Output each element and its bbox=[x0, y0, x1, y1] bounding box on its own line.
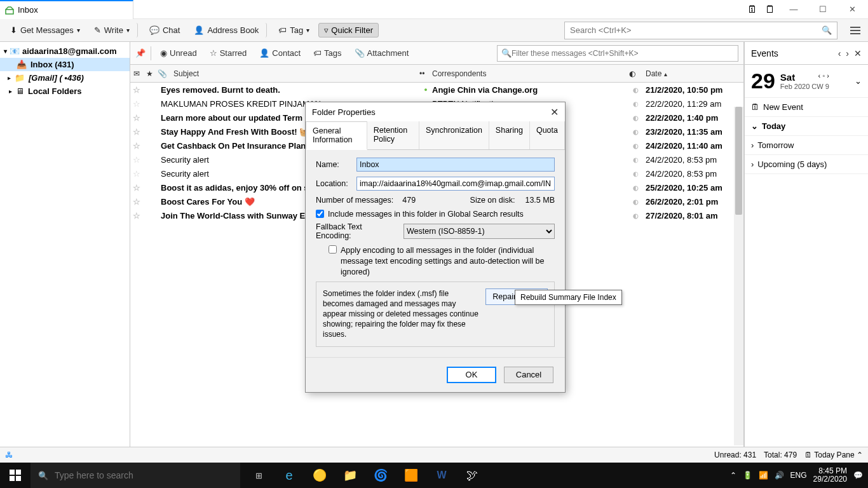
location-input[interactable] bbox=[356, 177, 555, 191]
star-icon[interactable]: ☆ bbox=[130, 113, 143, 123]
calendar-icon: 🗓 bbox=[804, 451, 812, 459]
app-button[interactable]: 🟧 bbox=[397, 463, 426, 488]
col-attachment[interactable]: 📎 bbox=[156, 69, 168, 78]
close-icon[interactable]: ✕ bbox=[854, 48, 862, 58]
events-upcoming[interactable]: ›Upcoming (5 days) bbox=[745, 155, 868, 174]
col-correspondents[interactable]: Correspondents bbox=[432, 69, 629, 78]
calendar-icon[interactable]: 🗓 bbox=[747, 4, 757, 15]
explorer-button[interactable]: 📁 bbox=[336, 463, 365, 488]
word-button[interactable]: W bbox=[427, 463, 456, 488]
correspondent-cell: Angie Chin via Change.org bbox=[432, 85, 629, 95]
dialog-close-button[interactable]: ✕ bbox=[550, 106, 559, 118]
status-unread: Unread: 431 bbox=[714, 451, 756, 459]
dialog-tab[interactable]: General Information bbox=[306, 121, 367, 150]
today-label: Today bbox=[762, 121, 785, 131]
prev-icon[interactable]: ‹ bbox=[838, 48, 841, 58]
chrome-button[interactable]: 🟡 bbox=[305, 463, 334, 488]
nav-arrows[interactable]: ‹ ◦ › bbox=[818, 72, 829, 79]
col-read[interactable]: ◐ bbox=[629, 69, 642, 78]
minimize-button[interactable]: — bbox=[783, 1, 804, 18]
star-icon[interactable]: ☆ bbox=[130, 155, 143, 165]
thunderbird-button[interactable]: 🕊 bbox=[458, 463, 487, 488]
address-book-button[interactable]: 👤 Address Book bbox=[189, 23, 267, 37]
tasks-icon[interactable]: 🗒 bbox=[765, 4, 775, 15]
star-icon[interactable]: ☆ bbox=[130, 169, 143, 179]
tag-button[interactable]: 🏷 Tag ▾ bbox=[273, 23, 315, 37]
taskbar-search-input[interactable] bbox=[55, 470, 233, 480]
dialog-tab[interactable]: Synchronization bbox=[419, 121, 489, 149]
language-indicator[interactable]: ENG bbox=[790, 471, 807, 480]
taskbar-search[interactable]: 🔍 bbox=[31, 463, 240, 488]
folder-local[interactable]: ▸ 🖥 Local Folders bbox=[0, 85, 130, 98]
close-button[interactable]: ✕ bbox=[841, 1, 863, 18]
edge-button[interactable]: e bbox=[275, 463, 304, 488]
repair-info-text: Sometimes the folder index (.msf) file b… bbox=[323, 288, 479, 340]
col-subject[interactable]: Subject bbox=[168, 69, 419, 78]
quick-filter-button[interactable]: ▿ Quick Filter bbox=[318, 23, 379, 37]
dialog-tab[interactable]: Quota bbox=[530, 121, 565, 149]
account-row[interactable]: ▾ 📧 aidaarina18@gmail.com bbox=[0, 44, 130, 58]
pin-icon[interactable]: 📌 bbox=[135, 48, 146, 58]
task-view-button[interactable]: ⊞ bbox=[244, 463, 273, 488]
maximize-button[interactable]: ☐ bbox=[812, 1, 834, 18]
volume-icon[interactable]: 🔊 bbox=[775, 471, 784, 480]
filter-messages-search[interactable]: 🔍 bbox=[497, 45, 738, 62]
events-today[interactable]: ⌄Today bbox=[745, 117, 868, 136]
filter-tags[interactable]: 🏷Tags bbox=[309, 46, 345, 60]
wifi-icon[interactable]: 📶 bbox=[759, 471, 768, 480]
chat-button[interactable]: 💬 Chat bbox=[144, 23, 185, 37]
taskbar-clock[interactable]: 8:45 PM 29/2/2020 bbox=[813, 467, 847, 484]
ok-button[interactable]: OK bbox=[447, 367, 496, 383]
col-thread[interactable]: ✉ bbox=[130, 69, 143, 78]
star-icon[interactable]: ☆ bbox=[130, 99, 143, 109]
folder-inbox[interactable]: 📥 Inbox (431) bbox=[0, 58, 130, 71]
notifications-icon[interactable]: 💬 bbox=[853, 471, 863, 480]
tab-inbox[interactable]: Inbox bbox=[0, 0, 133, 19]
filter-unread[interactable]: ◉Unread bbox=[156, 46, 201, 60]
events-tomorrow[interactable]: ›Tomorrow bbox=[745, 136, 868, 155]
svg-rect-0 bbox=[6, 10, 13, 14]
star-icon[interactable]: ☆ bbox=[130, 211, 143, 220]
write-button[interactable]: ✎ Write ▾ bbox=[89, 23, 138, 37]
star-icon[interactable]: ☆ bbox=[130, 141, 143, 151]
filter-starred[interactable]: ☆Starred bbox=[206, 46, 251, 60]
folder-gmail[interactable]: ▸ 📁 [Gmail] ( •436) bbox=[0, 71, 130, 85]
battery-icon[interactable]: 🔋 bbox=[743, 471, 752, 480]
filter-contact[interactable]: 👤Contact bbox=[255, 46, 304, 60]
chevron-down-icon[interactable]: ⌄ bbox=[855, 76, 862, 86]
tray-up-icon[interactable]: ⌃ bbox=[730, 471, 736, 480]
start-button[interactable] bbox=[0, 470, 31, 481]
col-date[interactable]: Date ▴ bbox=[642, 69, 743, 78]
apply-encoding-checkbox[interactable] bbox=[329, 245, 337, 254]
scrollbar-thumb[interactable] bbox=[735, 107, 742, 215]
star-icon[interactable]: ☆ bbox=[130, 127, 143, 137]
dialog-tab[interactable]: Sharing bbox=[489, 121, 530, 149]
fallback-select[interactable]: Western (ISO-8859-1) bbox=[403, 224, 555, 239]
vertical-scrollbar[interactable] bbox=[734, 107, 743, 445]
dialog-tab[interactable]: Retention Policy bbox=[367, 121, 419, 149]
app-button[interactable]: 🌀 bbox=[366, 463, 395, 488]
folder-label: Inbox (431) bbox=[31, 60, 74, 69]
col-indicator[interactable]: •• bbox=[419, 69, 432, 78]
next-icon[interactable]: › bbox=[846, 48, 849, 58]
name-input[interactable] bbox=[356, 158, 555, 172]
star-icon[interactable]: ☆ bbox=[130, 183, 143, 193]
col-star[interactable]: ★ bbox=[143, 69, 156, 78]
star-icon[interactable]: ☆ bbox=[130, 85, 143, 95]
menu-button[interactable] bbox=[848, 27, 863, 34]
global-search[interactable]: 🔍 bbox=[564, 22, 837, 39]
today-pane-button[interactable]: 🗓 Today Pane ⌃ bbox=[804, 451, 863, 459]
date-day: Sat ‹ ◦ › bbox=[780, 72, 829, 83]
include-checkbox[interactable] bbox=[316, 210, 324, 218]
message-row[interactable]: ☆Eyes removed. Burnt to death.●Angie Chi… bbox=[130, 83, 743, 97]
star-icon[interactable]: ☆ bbox=[130, 197, 143, 207]
filter-messages-input[interactable] bbox=[512, 49, 734, 58]
indicator-cell: ● bbox=[419, 86, 432, 93]
read-icon: ◐ bbox=[629, 184, 642, 191]
cancel-button[interactable]: Cancel bbox=[504, 367, 553, 383]
filter-attachment[interactable]: 📎Attachment bbox=[351, 46, 413, 60]
new-event-button[interactable]: 🗓 New Event bbox=[745, 98, 868, 117]
online-icon[interactable]: 🖧 bbox=[5, 451, 13, 459]
get-messages-button[interactable]: ⬇ Get Messages ▾ bbox=[5, 23, 85, 37]
global-search-input[interactable] bbox=[570, 25, 822, 35]
